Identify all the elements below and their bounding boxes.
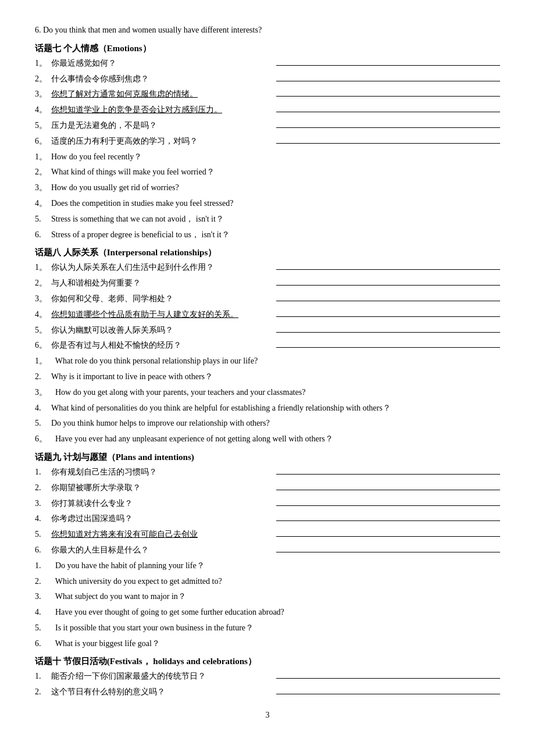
list-item: 1。 What role do you think personal relat… (35, 354, 500, 368)
list-item: 6. What is your biggest life goal？ (35, 637, 500, 651)
section7-english-questions: 1。 How do you feel recently？ 2。 What kin… (35, 150, 500, 242)
list-item: 1. 能否介绍一下你们国家最盛大的传统节日？ (35, 669, 500, 683)
list-item: 6。 适度的压力有利于更高效的学习，对吗？ (35, 134, 500, 148)
section8-chinese-questions: 1。 你认为人际关系在人们生活中起到什么作用？ 2。 与人和谐相处为何重要？ 3… (35, 261, 500, 352)
section9-title: 话题九 计划与愿望（Plans and intentions) (35, 452, 500, 463)
list-item: 6. 你最大的人生目标是什么？ (35, 543, 500, 557)
list-item: 6。 Have you ever had any unpleasant expe… (35, 432, 500, 446)
list-item: 6。 你是否有过与人相处不愉快的经历？ (35, 338, 500, 352)
list-item: 2. Which university do you expect to get… (35, 575, 500, 589)
top-question: 6. Do you think that men and women usual… (35, 23, 500, 37)
list-item: 1。 你认为人际关系在人们生活中起到什么作用？ (35, 261, 500, 274)
list-item: 2。 什么事情会令你感到焦虑？ (35, 72, 500, 86)
page-number: 3 (35, 711, 500, 720)
list-item: 4。 Does the competition in studies make … (35, 197, 500, 211)
list-item: 2。 What kind of things will make you fee… (35, 165, 500, 179)
section9-english-questions: 1. Do you have the habit of planning you… (35, 559, 500, 651)
list-item: 5. 你想知道对方将来有没有可能自己去创业 (35, 527, 500, 541)
list-item: 5。 你认为幽默可以改善人际关系吗？ (35, 323, 500, 337)
list-item: 1. 你有规划自己生活的习惯吗？ (35, 465, 500, 479)
list-item: 2. 你期望被哪所大学录取？ (35, 481, 500, 495)
section8-english-questions: 1。 What role do you think personal relat… (35, 354, 500, 446)
list-item: 4. What kind of personalities do you thi… (35, 401, 500, 415)
section10-title: 话题十 节假日活动(Festivals， holidays and celebr… (35, 656, 500, 667)
list-item: 5. Do you think humor helps to improve o… (35, 416, 500, 430)
section7-title: 话题七 个人情感（Emotions） (35, 43, 500, 54)
list-item: 3。 How do you usually get rid of worries… (35, 181, 500, 195)
section8-title: 话题八 人际关系（Interpersonal relationships） (35, 247, 500, 258)
list-item: 1。 你最近感觉如何？ (35, 56, 500, 70)
list-item: 4. 你考虑过出国深造吗？ (35, 512, 500, 526)
list-item: 4. Have you ever thought of going to get… (35, 605, 500, 619)
section9-chinese-questions: 1. 你有规划自己生活的习惯吗？ 2. 你期望被哪所大学录取？ 3. 你打算就读… (35, 465, 500, 557)
list-item: 3. What subject do you want to major in？ (35, 590, 500, 604)
section10-chinese-questions: 1. 能否介绍一下你们国家最盛大的传统节日？ 2. 这个节日有什么特别的意义吗？ (35, 669, 500, 699)
list-item: 5. Is it possible that you start your ow… (35, 621, 500, 635)
list-item: 3。 How do you get along with your parent… (35, 386, 500, 400)
list-item: 3。 你想了解对方通常如何克服焦虑的情绪。 (35, 87, 500, 101)
list-item: 1。 How do you feel recently？ (35, 150, 500, 164)
list-item: 2。 与人和谐相处为何重要？ (35, 276, 500, 290)
list-item: 4。 你想知道学业上的竞争是否会让对方感到压力。 (35, 103, 500, 117)
section7-chinese-questions: 1。 你最近感觉如何？ 2。 什么事情会令你感到焦虑？ 3。 你想了解对方通常如… (35, 56, 500, 148)
list-item: 5。 压力是无法避免的，不是吗？ (35, 119, 500, 133)
list-item: 4。 你想知道哪些个性品质有助于与人建立友好的关系。 (35, 308, 500, 322)
list-item: 5. Stress is something that we can not a… (35, 212, 500, 226)
list-item: 3。 你如何和父母、老师、同学相处？ (35, 292, 500, 306)
list-item: 2. Why is it important to live in peace … (35, 370, 500, 384)
page-content: 6. Do you think that men and women usual… (35, 23, 500, 720)
list-item: 2. 这个节日有什么特别的意义吗？ (35, 685, 500, 699)
list-item: 3. 你打算就读什么专业？ (35, 497, 500, 511)
list-item: 6. Stress of a proper degree is benefici… (35, 228, 500, 242)
list-item: 1. Do you have the habit of planning you… (35, 559, 500, 573)
